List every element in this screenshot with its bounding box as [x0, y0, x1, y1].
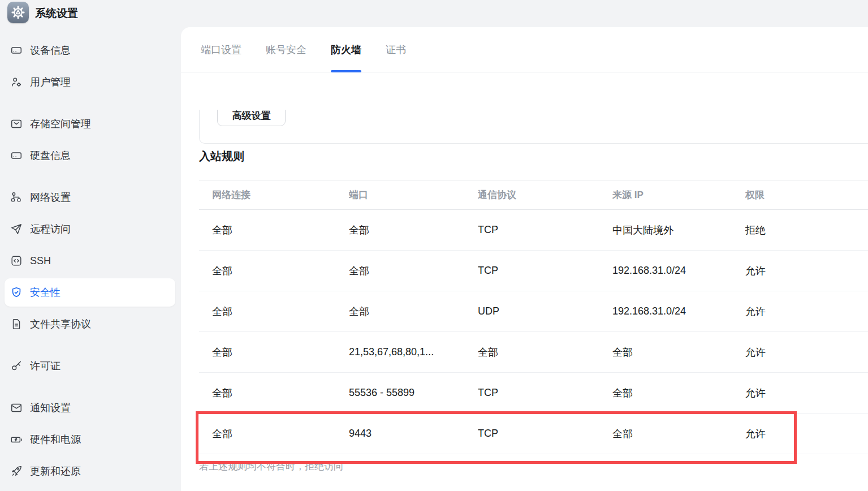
table-row[interactable]: 全部21,53,67,68,80,1...全部全部允许: [199, 332, 868, 373]
sidebar-groups: 设备信息用户管理存储空间管理硬盘信息网络设置远程访问SSH安全性文件共享协议许可…: [5, 36, 175, 485]
table-cell: 允许: [745, 264, 868, 278]
notification-mail-icon: [10, 402, 23, 414]
tab-account-security[interactable]: 账号安全: [266, 27, 306, 72]
sidebar: 设备信息用户管理存储空间管理硬盘信息网络设置远程访问SSH安全性文件共享协议许可…: [0, 27, 181, 491]
sidebar-item-label: 设备信息: [30, 44, 71, 57]
hardware-power-icon: [10, 433, 23, 446]
table-cell: 全部: [212, 427, 349, 441]
table-cell: 允许: [745, 386, 868, 400]
sidebar-item-label: 远程访问: [30, 222, 71, 236]
table-row-highlighted[interactable]: 全部9443TCP全部允许: [199, 414, 868, 454]
sidebar-item-label: 通知设置: [30, 401, 71, 415]
tab-port-settings[interactable]: 端口设置: [201, 27, 241, 72]
system-settings-gear-icon: [7, 2, 29, 23]
storage-icon: [10, 118, 23, 130]
column-header: 通信协议: [478, 188, 612, 201]
table-cell: 全部: [478, 346, 612, 359]
table-cell: 全部: [212, 346, 349, 359]
table-cell: 全部: [212, 264, 349, 278]
sidebar-item-label: 硬盘信息: [30, 149, 71, 162]
column-header: 网络连接: [212, 188, 349, 201]
table-cell: UDP: [478, 305, 612, 317]
main-panel: 端口设置账号安全防火墙证书 高级设置 入站规则 网络连接端口通信协议来源 IP权…: [181, 27, 868, 491]
table-cell: 允许: [745, 305, 868, 318]
sidebar-item-license[interactable]: 许可证: [5, 352, 175, 380]
device-icon: [10, 44, 23, 57]
column-header: 来源 IP: [612, 188, 745, 201]
sidebar-item-update-restore[interactable]: 更新和还原: [5, 457, 175, 485]
table-row[interactable]: 全部全部UDP192.168.31.0/24允许: [199, 291, 868, 332]
sidebar-item-hardware-power[interactable]: 硬件和电源: [5, 425, 175, 454]
sidebar-item-device-info[interactable]: 设备信息: [5, 36, 175, 64]
column-header: 端口: [349, 188, 478, 201]
tab-certificate[interactable]: 证书: [386, 27, 406, 72]
sidebar-item-label: 安全性: [30, 286, 61, 299]
sidebar-item-ssh[interactable]: SSH: [5, 247, 175, 275]
sidebar-group: 设备信息用户管理: [5, 36, 175, 96]
table-cell: 拒绝: [745, 223, 868, 237]
sidebar-item-storage-management[interactable]: 存储空间管理: [5, 110, 175, 138]
table-cell: 全部: [612, 427, 745, 441]
ssh-icon: [10, 255, 23, 267]
table-cell: 9443: [349, 428, 478, 440]
tab-bar: 端口设置账号安全防火墙证书: [181, 27, 868, 72]
sidebar-item-label: 用户管理: [30, 75, 71, 89]
table-cell: TCP: [478, 224, 612, 236]
table-cell: 全部: [212, 305, 349, 318]
table-cell: 全部: [212, 386, 349, 400]
table-cell: 192.168.31.0/24: [612, 265, 745, 277]
table-row[interactable]: 全部全部TCP192.168.31.0/24允许: [199, 251, 868, 291]
disk-icon: [10, 149, 23, 162]
table-cell: 允许: [745, 427, 868, 441]
sidebar-item-label: 更新和还原: [30, 464, 81, 478]
remote-access-icon: [10, 223, 23, 235]
table-row[interactable]: 全部55536 - 55899TCP全部允许: [199, 373, 868, 414]
sidebar-item-file-sharing[interactable]: 文件共享协议: [5, 310, 175, 338]
sidebar-item-label: SSH: [30, 255, 51, 267]
firewall-settings-card: 高级设置: [199, 110, 868, 144]
file-share-icon: [10, 318, 23, 330]
sidebar-item-user-management[interactable]: 用户管理: [5, 68, 175, 96]
network-icon: [10, 191, 23, 204]
sidebar-item-network-settings[interactable]: 网络设置: [5, 183, 175, 212]
app-header: 系统设置: [0, 0, 868, 27]
table-cell: TCP: [478, 387, 612, 399]
default-deny-note: 若上述规则均不符合时，拒绝访问: [199, 460, 343, 473]
table-cell: 全部: [612, 386, 745, 400]
column-header: 权限: [745, 188, 868, 201]
sidebar-item-notifications[interactable]: 通知设置: [5, 394, 175, 422]
sidebar-group: 许可证: [5, 352, 175, 380]
update-rocket-icon: [10, 465, 23, 477]
table-cell: 全部: [212, 223, 349, 237]
page-title: 系统设置: [35, 0, 78, 27]
sidebar-item-label: 硬件和电源: [30, 433, 81, 446]
table-row[interactable]: 全部全部TCP中国大陆境外拒绝: [199, 210, 868, 251]
advanced-settings-button[interactable]: 高级设置: [217, 110, 286, 126]
sidebar-item-label: 存储空间管理: [30, 117, 91, 131]
user-management-icon: [10, 76, 23, 88]
sidebar-item-label: 网络设置: [30, 191, 71, 204]
license-key-icon: [10, 360, 23, 372]
sidebar-group: 存储空间管理硬盘信息: [5, 110, 175, 170]
sidebar-item-remote-access[interactable]: 远程访问: [5, 215, 175, 243]
table-cell: 55536 - 55899: [349, 387, 478, 399]
table-cell: 全部: [349, 305, 478, 318]
table-cell: 全部: [349, 223, 478, 237]
sidebar-item-label: 文件共享协议: [30, 317, 91, 331]
table-cell: TCP: [478, 428, 612, 440]
table-cell: TCP: [478, 265, 612, 277]
sidebar-group: 通知设置硬件和电源更新和还原: [5, 394, 175, 485]
sidebar-item-disk-info[interactable]: 硬盘信息: [5, 141, 175, 170]
inbound-rules-title: 入站规则: [199, 149, 244, 164]
inbound-rules-table: 网络连接端口通信协议来源 IP权限 全部全部TCP中国大陆境外拒绝全部全部TCP…: [199, 180, 868, 454]
table-cell: 全部: [612, 346, 745, 359]
sidebar-item-security[interactable]: 安全性: [5, 278, 175, 307]
sidebar-item-label: 许可证: [30, 359, 61, 373]
security-shield-icon: [10, 286, 23, 299]
table-cell: 中国大陆境外: [612, 223, 745, 237]
table-cell: 允许: [745, 346, 868, 359]
table-cell: 全部: [349, 264, 478, 278]
table-cell: 21,53,67,68,80,1...: [349, 346, 478, 358]
tab-firewall[interactable]: 防火墙: [331, 27, 361, 72]
table-header-row: 网络连接端口通信协议来源 IP权限: [199, 180, 868, 210]
